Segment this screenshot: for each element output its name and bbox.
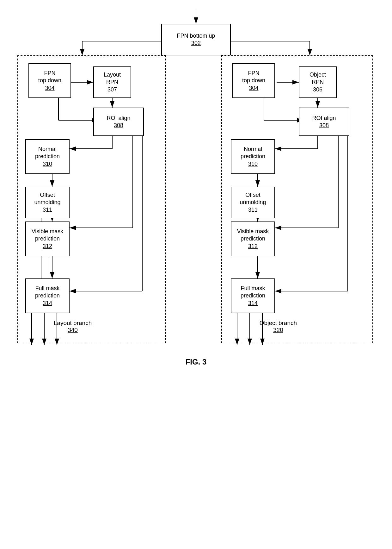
right-branch-text: Object branch <box>260 320 297 326</box>
right-full-mask-num: 314 <box>248 300 258 307</box>
diagram: FPN bottom up 302 FPNtop down 304 Layout… <box>0 0 392 549</box>
left-normal-pred-box: Normalprediction 310 <box>25 139 70 174</box>
right-branch-num: 320 <box>273 327 283 333</box>
right-normal-pred-num: 310 <box>248 160 258 168</box>
right-visible-mask-box: Visible maskprediction 312 <box>231 221 275 256</box>
right-full-mask-label: Full maskprediction <box>241 285 265 300</box>
left-roi-align-num: 308 <box>114 122 123 129</box>
fpn-bottom-up-label: FPN bottom up <box>177 32 215 40</box>
right-object-rpn-num: 306 <box>313 86 322 93</box>
right-visible-mask-label: Visible maskprediction <box>237 228 269 243</box>
left-fpn-top-down-box: FPNtop down 304 <box>28 63 71 98</box>
right-offset-unmolding-box: Offsetunmolding 311 <box>231 187 275 218</box>
left-offset-unmolding-num: 311 <box>43 206 52 214</box>
left-roi-align-label: ROI align <box>107 115 130 122</box>
left-layout-rpn-label: LayoutRPN <box>104 71 121 86</box>
left-visible-mask-num: 312 <box>43 243 52 250</box>
fpn-bottom-up-box: FPN bottom up 302 <box>161 24 231 55</box>
right-full-mask-box: Full maskprediction 314 <box>231 278 275 313</box>
left-full-mask-label: Full maskprediction <box>35 285 60 300</box>
figure-label: FIG. 3 <box>145 358 247 366</box>
fig-label-text: FIG. 3 <box>186 358 207 366</box>
right-offset-unmolding-label: Offsetunmolding <box>240 191 266 206</box>
left-branch-label: Layout branch 340 <box>32 320 114 334</box>
left-layout-rpn-box: LayoutRPN 307 <box>93 66 131 98</box>
fpn-bottom-up-num: 302 <box>191 40 201 47</box>
right-roi-align-label: ROI align <box>312 115 336 122</box>
left-fpn-top-down-label: FPNtop down <box>38 70 61 84</box>
left-normal-pred-label: Normalprediction <box>35 146 60 160</box>
right-fpn-top-down-box: FPNtop down 304 <box>232 63 275 98</box>
right-roi-align-box: ROI align 308 <box>299 108 349 136</box>
left-offset-unmolding-label: Offsetunmolding <box>34 191 60 206</box>
right-visible-mask-num: 312 <box>248 243 258 250</box>
left-branch-num: 340 <box>68 327 78 333</box>
left-branch-text: Layout branch <box>54 320 92 326</box>
right-object-rpn-box: ObjectRPN 306 <box>299 66 337 98</box>
right-roi-align-num: 308 <box>319 122 329 129</box>
left-layout-rpn-num: 307 <box>107 86 117 93</box>
left-full-mask-num: 314 <box>43 300 52 307</box>
left-fpn-top-down-num: 304 <box>45 84 54 92</box>
right-fpn-top-down-num: 304 <box>249 84 258 92</box>
left-normal-pred-num: 310 <box>43 160 52 168</box>
right-normal-pred-label: Normalprediction <box>241 146 265 160</box>
right-normal-pred-box: Normalprediction 310 <box>231 139 275 174</box>
left-full-mask-box: Full maskprediction 314 <box>25 278 70 313</box>
left-visible-mask-box: Visible maskprediction 312 <box>25 221 70 256</box>
right-fpn-top-down-label: FPNtop down <box>242 70 265 84</box>
left-offset-unmolding-box: Offsetunmolding 311 <box>25 187 70 218</box>
left-roi-align-box: ROI align 308 <box>93 108 144 136</box>
right-object-rpn-label: ObjectRPN <box>309 71 326 86</box>
right-branch-label: Object branch 320 <box>237 320 319 334</box>
right-offset-unmolding-num: 311 <box>248 206 258 214</box>
left-visible-mask-label: Visible maskprediction <box>32 228 64 243</box>
